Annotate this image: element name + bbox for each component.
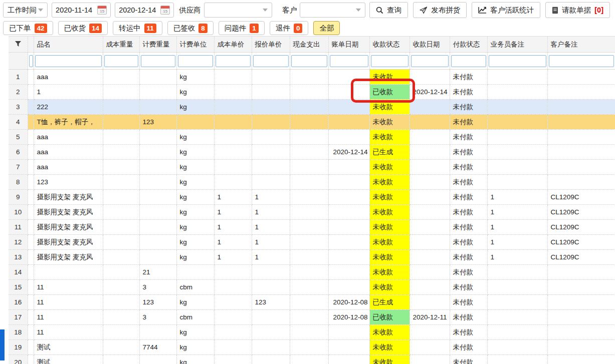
publish-consolidation-button[interactable]: 发布拼货	[413, 2, 467, 18]
filter-input-付款状态[interactable]	[451, 55, 486, 67]
cell-成本单价	[214, 310, 252, 325]
tab-1[interactable]: 已下单42	[3, 21, 53, 35]
table-row[interactable]: 11摄影用支架 麦克风kg11未收款未付款1CL1209C	[9, 220, 615, 235]
table-row[interactable]: 9摄影用支架 麦克风kg11未收款未付款1CL1209C	[9, 190, 615, 205]
tab-5[interactable]: 问题件1	[219, 21, 265, 35]
calendar-icon[interactable]: 15	[160, 6, 170, 15]
row-number: 10	[9, 205, 28, 220]
customer-select[interactable]	[300, 3, 365, 18]
table-row[interactable]: 19测试7744kg未收款未付款	[9, 340, 615, 355]
date-from-value: 2020-11-14	[56, 6, 92, 14]
filter-input-indicator[interactable]	[29, 55, 33, 67]
filter-input-成本单价[interactable]	[216, 55, 251, 67]
table-row[interactable]: 15113cbm未收款未付款	[9, 280, 615, 295]
tab-6[interactable]: 退件0	[270, 21, 309, 35]
column-header-5[interactable]: 成本单价	[214, 37, 252, 53]
table-row[interactable]: 3222kg未收款未付款	[9, 100, 615, 115]
column-header-8[interactable]: 账单日期	[328, 37, 369, 53]
filter-input-现金支出[interactable]	[291, 55, 327, 67]
paper-plane-icon	[420, 7, 428, 14]
filter-input-计费单位[interactable]	[178, 55, 213, 67]
table-row[interactable]: 20测试kg未收款未付款	[9, 355, 615, 364]
search-button[interactable]: 查询	[369, 2, 408, 18]
column-header-11[interactable]: 付款状态	[450, 37, 487, 53]
cell-付款状态: 未付款	[450, 70, 487, 85]
payment-request-button[interactable]: 请款单据 [0]	[545, 2, 610, 18]
cell-收款状态: 已生成	[369, 145, 409, 160]
cell-收款日期	[409, 340, 450, 355]
table-row[interactable]: 6aaakg2020-12-14已生成未付款	[9, 145, 615, 160]
tab-4[interactable]: 已签收8	[167, 21, 214, 35]
filter-input-收款日期[interactable]	[411, 55, 449, 67]
cell-客户备注	[547, 355, 615, 364]
table-row[interactable]: 21kg已收款2020-12-14未付款	[9, 85, 615, 100]
date-from-field[interactable]: 2020-11-14 15	[52, 3, 111, 18]
filter-input-计费重量[interactable]	[141, 55, 175, 67]
cell-计费单位: kg	[176, 355, 214, 364]
date-to-field[interactable]: 2020-12-14 15	[115, 3, 174, 18]
tab-count-badge: 1	[250, 24, 259, 33]
row-number: 5	[9, 130, 28, 145]
customer-activity-stats-button[interactable]: 客户活跃统计	[472, 2, 540, 18]
cell-报价单价: 123	[252, 295, 290, 310]
cell-业务员备注: 1	[487, 190, 547, 205]
column-header-10[interactable]: 收款日期	[409, 37, 450, 53]
table-row[interactable]: 10摄影用支架 麦克风kg11未收款未付款1CL1209C	[9, 205, 615, 220]
column-header-3[interactable]: 计费重量	[139, 37, 176, 53]
column-header-12[interactable]: 业务员备注	[487, 37, 547, 53]
row-number: 1	[9, 70, 28, 85]
cell-报价单价	[252, 115, 290, 130]
tab-3[interactable]: 转运中11	[113, 21, 162, 35]
calendar-icon[interactable]: 15	[97, 6, 107, 15]
filter-input-业务员备注[interactable]	[489, 55, 546, 67]
column-header-6[interactable]: 报价单价	[252, 37, 290, 53]
column-header-2[interactable]: 成本重量	[103, 37, 139, 53]
table-row[interactable]: 1811kg未收款未付款	[9, 325, 615, 340]
filter-input-报价单价[interactable]	[253, 55, 289, 67]
column-header-13[interactable]: 客户备注	[547, 37, 615, 53]
filter-input-客户备注[interactable]	[549, 55, 614, 67]
filter-input-收款状态[interactable]	[371, 55, 408, 67]
cell-现金支出	[290, 235, 328, 250]
publish-button-label: 发布拼货	[431, 6, 460, 15]
filter-input-品名[interactable]	[35, 55, 102, 67]
table-row[interactable]: 12摄影用支架 麦克风kg11未收款未付款1CL1209C	[9, 235, 615, 250]
cell-客户备注	[547, 115, 615, 130]
cell-计费重量	[139, 220, 176, 235]
cell-业务员备注: 1	[487, 205, 547, 220]
table-row[interactable]: 17113cbm2020-12-08已收款2020-12-11未付款	[9, 310, 615, 325]
tab-2[interactable]: 已收货14	[58, 21, 108, 35]
table-row[interactable]: 1421未收款未付款	[9, 265, 615, 280]
table-row[interactable]: 8123kg未收款未付款	[9, 175, 615, 190]
table-row[interactable]: 7aaakg未收款未付款	[9, 160, 615, 175]
cell-客户备注	[547, 325, 615, 340]
table-row[interactable]: 5aaakg未收款未付款	[9, 130, 615, 145]
table-row[interactable]: 4T恤，裤子，帽子，123未收款未付款	[9, 115, 615, 130]
table-row[interactable]: 1611123kg1232020-12-08已生成未付款	[9, 295, 615, 310]
tab-label: 问题件	[225, 24, 247, 33]
filter-cell	[103, 53, 139, 70]
orders-grid: 品名成本重量计费重量计费单位成本单价报价单价现金支出账单日期收款状态收款日期付款…	[9, 36, 615, 364]
cell-计费单位: kg	[176, 295, 214, 310]
blue-scroll-indicator[interactable]	[0, 329, 5, 360]
cell-计费重量	[139, 175, 176, 190]
column-header-4[interactable]: 计费单位	[176, 37, 214, 53]
cell-账单日期	[328, 355, 369, 364]
filter-icon[interactable]	[9, 37, 28, 53]
column-header-7[interactable]: 现金支出	[290, 37, 328, 53]
filter-input-账单日期[interactable]	[330, 55, 368, 67]
column-header-1[interactable]: 品名	[34, 37, 103, 53]
table-row[interactable]: 1aaakg未收款未付款	[9, 70, 615, 85]
supplier-select[interactable]	[204, 3, 272, 18]
stats-button-label: 客户活跃统计	[490, 6, 534, 15]
table-row[interactable]: 13摄影用支架 麦克风kg11未收款未付款1CL1209C	[9, 250, 615, 265]
filter-input-成本重量[interactable]	[104, 55, 138, 67]
cell-报价单价	[252, 145, 290, 160]
cell-成本重量	[103, 355, 139, 364]
cell-客户备注	[547, 85, 615, 100]
cell-成本单价	[214, 325, 252, 340]
column-header-9[interactable]: 收款状态	[369, 37, 409, 53]
tab-7[interactable]: 全部	[313, 21, 340, 35]
worktime-type-select[interactable]: 工作时间	[3, 3, 48, 18]
cell-成本单价	[214, 280, 252, 295]
